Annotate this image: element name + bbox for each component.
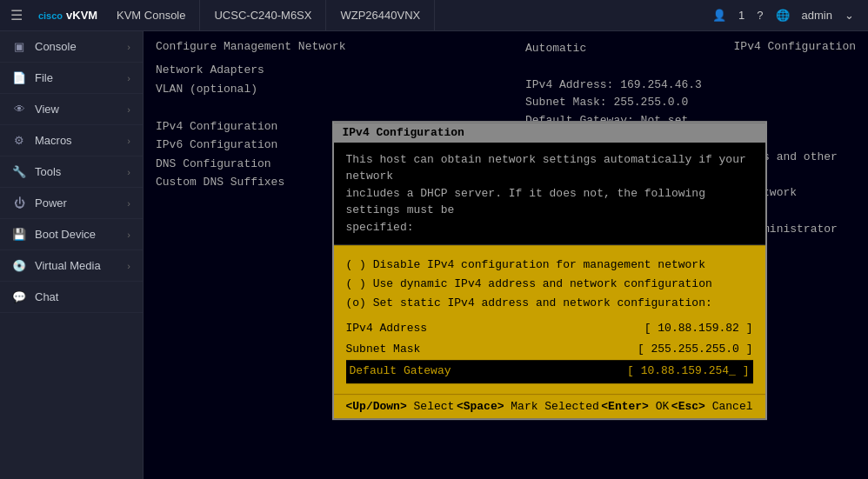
- virtual-media-arrow-icon: ›: [127, 261, 130, 271]
- terminal-left-header: Configure Management Network: [156, 40, 345, 53]
- footer-esc[interactable]: <Esc> Cancel: [671, 400, 753, 413]
- cisco-logo-text: cisco: [38, 10, 63, 21]
- field-default-gateway[interactable]: Default Gateway [ 10.88.159.254_ ]: [346, 361, 753, 383]
- sidebar-label-power: Power: [35, 196, 67, 210]
- help-icon[interactable]: ?: [757, 9, 763, 22]
- user-icon[interactable]: 👤: [712, 9, 726, 22]
- tab-kvm-console[interactable]: KVM Console: [103, 0, 200, 30]
- option-static[interactable]: (o) Set static IPv4 address and network …: [346, 294, 753, 313]
- terminal-screen[interactable]: Configure Management Network IPv4 Config…: [144, 31, 868, 479]
- default-gateway-value[interactable]: [ 10.88.159.254_ ]: [611, 363, 750, 382]
- sidebar-item-macros[interactable]: ⚙ Macros ›: [0, 125, 143, 156]
- ipv4-address-value[interactable]: [ 10.88.159.82 ]: [614, 319, 753, 338]
- sidebar-label-tools: Tools: [35, 165, 61, 178]
- subnet-mask-value[interactable]: [ 255.255.255.0 ]: [614, 341, 753, 360]
- field-ipv4-address[interactable]: IPv4 Address [ 10.88.159.82 ]: [346, 318, 753, 339]
- ipv4-config-dialog[interactable]: IPv4 Configuration This host can obtain …: [332, 121, 767, 420]
- sidebar-item-power[interactable]: ⏻ Power ›: [0, 188, 143, 219]
- sidebar: ▣ Console › 📄 File › 👁 View › ⚙ Macros: [0, 31, 144, 479]
- boot-device-arrow-icon: ›: [127, 230, 130, 240]
- ipv4-status: Automatic: [525, 40, 856, 58]
- dialog-fields: IPv4 Address [ 10.88.159.82 ] Subnet Mas…: [346, 318, 753, 383]
- sidebar-item-file[interactable]: 📄 File ›: [0, 63, 143, 94]
- hamburger-menu-icon[interactable]: ☰: [0, 7, 33, 24]
- sidebar-label-virtual-media: Virtual Media: [35, 259, 101, 272]
- tab-ucsc[interactable]: UCSC-C240-M6SX: [200, 0, 326, 30]
- dialog-footer: <Up/Down> Select <Space> Mark Selected <…: [334, 394, 765, 418]
- sidebar-item-boot-device[interactable]: 💾 Boot Device ›: [0, 219, 143, 250]
- sidebar-label-view: View: [35, 103, 59, 116]
- sidebar-label-macros: Macros: [35, 134, 72, 147]
- footer-space: <Space> Mark Selected: [457, 400, 599, 413]
- subnet-mask-label: Subnet Mask: [346, 341, 614, 360]
- sidebar-item-console[interactable]: ▣ Console ›: [0, 31, 143, 63]
- vkvm-app-title: vKVM: [66, 9, 97, 22]
- globe-icon[interactable]: 🌐: [776, 9, 790, 22]
- sidebar-label-console: Console: [35, 40, 77, 53]
- virtual-media-icon: 💿: [12, 259, 26, 272]
- tab-wzp[interactable]: WZP26440VNX: [326, 0, 435, 30]
- option-disable[interactable]: ( ) Disable IPv4 configuration for manag…: [346, 256, 753, 275]
- sidebar-label-boot-device: Boot Device: [35, 228, 96, 241]
- boot-device-icon: 💾: [12, 228, 26, 241]
- console-arrow-icon: ›: [127, 42, 130, 52]
- macros-arrow-icon: ›: [127, 136, 130, 146]
- view-arrow-icon: ›: [127, 104, 130, 115]
- ipv4-address-info: IPv4 Address: 169.254.46.3: [525, 77, 856, 95]
- footer-updown: <Up/Down> Select: [346, 400, 455, 413]
- console-icon: ▣: [12, 40, 26, 53]
- sidebar-label-file: File: [35, 71, 53, 84]
- sidebar-label-chat: Chat: [35, 290, 58, 303]
- app-logo: cisco vKVM: [33, 9, 103, 22]
- subnet-mask-info: Subnet Mask: 255.255.0.0: [525, 94, 856, 112]
- power-arrow-icon: ›: [127, 198, 130, 209]
- user-count: 1: [738, 9, 744, 22]
- content-area: Configure Management Network IPv4 Config…: [144, 31, 868, 479]
- chat-icon: 💬: [12, 290, 26, 303]
- topbar: ☰ cisco vKVM KVM Console UCSC-C240-M6SX …: [0, 0, 868, 31]
- admin-label: admin: [802, 9, 832, 22]
- dialog-desc-line3: specified:: [346, 219, 753, 236]
- option-dynamic[interactable]: ( ) Use dynamic IPv4 address and network…: [346, 275, 753, 294]
- sidebar-item-view[interactable]: 👁 View ›: [0, 94, 143, 125]
- dialog-body: ( ) Disable IPv4 configuration for manag…: [334, 245, 765, 394]
- topbar-tabs: KVM Console UCSC-C240-M6SX WZP26440VNX: [103, 0, 698, 30]
- file-arrow-icon: ›: [127, 73, 130, 83]
- admin-chevron-icon[interactable]: ⌄: [845, 9, 854, 22]
- view-icon: 👁: [12, 103, 26, 116]
- ipv4-address-label: IPv4 Address: [346, 319, 614, 338]
- sidebar-item-virtual-media[interactable]: 💿 Virtual Media ›: [0, 250, 143, 282]
- dialog-title: IPv4 Configuration: [334, 123, 765, 143]
- file-icon: 📄: [12, 71, 26, 84]
- macros-icon: ⚙: [12, 134, 26, 147]
- dialog-desc-line1: This host can obtain network settings au…: [346, 151, 753, 185]
- footer-enter[interactable]: <Enter> OK: [601, 400, 669, 413]
- sidebar-item-tools[interactable]: 🔧 Tools ›: [0, 156, 143, 188]
- tools-icon: 🔧: [12, 165, 26, 178]
- power-icon: ⏻: [12, 196, 26, 210]
- tools-arrow-icon: ›: [127, 167, 130, 177]
- default-gateway-label: Default Gateway: [350, 363, 611, 382]
- field-subnet-mask[interactable]: Subnet Mask [ 255.255.255.0 ]: [346, 340, 753, 361]
- topbar-right: 👤 1 ? 🌐 admin ⌄: [698, 9, 868, 22]
- dialog-desc-line2: includes a DHCP server. If it does not, …: [346, 185, 753, 219]
- dialog-description: This host can obtain network settings au…: [334, 143, 765, 246]
- sidebar-item-chat[interactable]: 💬 Chat: [0, 282, 143, 313]
- main-layout: ▣ Console › 📄 File › 👁 View › ⚙ Macros: [0, 31, 868, 479]
